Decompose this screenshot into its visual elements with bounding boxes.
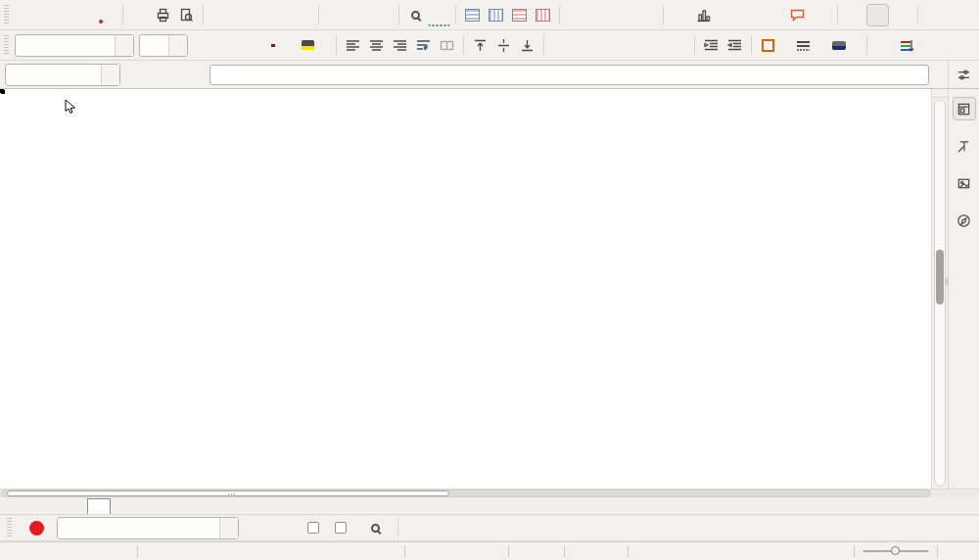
- toolbar-overflow-icon[interactable]: [954, 34, 976, 57]
- sidebar-functions-icon[interactable]: [953, 246, 976, 269]
- zoom-level[interactable]: [938, 542, 979, 560]
- redo-dropdown-caret[interactable]: [383, 4, 394, 26]
- bold-icon[interactable]: [191, 34, 213, 57]
- vertical-scrollbar[interactable]: [931, 89, 948, 489]
- number-format-icon[interactable]: [596, 34, 619, 57]
- last-sheet-icon[interactable]: [49, 499, 64, 514]
- split-window-icon[interactable]: [890, 4, 912, 26]
- spreadsheet-grid[interactable]: [0, 89, 931, 489]
- insert-row-icon[interactable]: [461, 4, 484, 26]
- vertical-scroll-track[interactable]: [934, 100, 946, 487]
- undo-dropdown-caret[interactable]: [348, 4, 358, 26]
- border-style-dropdown-caret[interactable]: [816, 34, 826, 57]
- selection-box[interactable]: [0, 89, 4, 93]
- border-style-icon[interactable]: [792, 34, 815, 57]
- decrease-indent-icon[interactable]: [723, 34, 746, 57]
- toolbar-grip[interactable]: [7, 518, 12, 537]
- autofilter-icon[interactable]: [635, 4, 658, 26]
- font-color-icon[interactable]: [261, 34, 284, 57]
- search-formatted-checkbox[interactable]: [307, 522, 319, 534]
- sidebar-styles-icon[interactable]: [953, 134, 976, 158]
- zoom-slider-handle[interactable]: [891, 546, 900, 555]
- match-case-checkbox[interactable]: [335, 522, 347, 534]
- export-pdf-icon[interactable]: [128, 4, 151, 26]
- toolbar-grip[interactable]: [4, 5, 9, 24]
- sheet-tab-sheet1[interactable]: [87, 498, 111, 514]
- highlight-dropdown-caret[interactable]: [320, 34, 331, 57]
- hyperlink-icon[interactable]: [763, 4, 785, 26]
- headers-footers-icon[interactable]: [843, 4, 865, 26]
- font-name-combo[interactable]: [15, 34, 134, 57]
- sidebar-navigator-icon[interactable]: [953, 209, 976, 232]
- special-character-icon[interactable]: [739, 4, 762, 26]
- insert-chart-icon[interactable]: [692, 4, 715, 26]
- percent-format-icon[interactable]: [573, 34, 595, 57]
- freeze-rows-columns-icon[interactable]: [866, 4, 889, 26]
- new-spreadsheet-icon[interactable]: [13, 4, 35, 26]
- insert-comment-icon[interactable]: [786, 4, 809, 26]
- sort-descending-icon[interactable]: [612, 4, 634, 26]
- align-bottom-icon[interactable]: [516, 34, 538, 57]
- align-top-icon[interactable]: [469, 34, 491, 57]
- split-handle[interactable]: [932, 89, 948, 98]
- formula-input[interactable]: [210, 65, 929, 85]
- add-decimal-icon[interactable]: [643, 34, 666, 57]
- page-style[interactable]: [138, 542, 404, 560]
- sort-ascending-icon[interactable]: [588, 4, 611, 26]
- equals-icon[interactable]: [182, 64, 205, 86]
- delete-column-icon[interactable]: [532, 4, 554, 26]
- font-name-dropdown[interactable]: [115, 35, 133, 56]
- sum-status[interactable]: [629, 542, 854, 560]
- horizontal-scroll-track[interactable]: [1, 490, 931, 497]
- save-icon[interactable]: [83, 4, 106, 26]
- delete-decimal-icon[interactable]: [667, 34, 689, 57]
- vertical-scroll-thumb[interactable]: [936, 250, 944, 304]
- wrap-text-icon[interactable]: [412, 34, 435, 57]
- increase-indent-icon[interactable]: [700, 34, 723, 57]
- align-left-icon[interactable]: [342, 34, 364, 57]
- horizontal-scroll-thumb[interactable]: [7, 490, 449, 496]
- sum-icon[interactable]: [155, 64, 177, 86]
- sidebar-collapse-handle[interactable]: [944, 277, 949, 287]
- paste-icon[interactable]: [256, 4, 278, 26]
- sidebar-properties-icon[interactable]: [953, 97, 976, 120]
- align-center-icon[interactable]: [365, 34, 388, 57]
- previous-sheet-icon[interactable]: [20, 499, 34, 514]
- cut-icon[interactable]: [209, 4, 231, 26]
- text-box-icon[interactable]: [810, 4, 832, 26]
- spelling-icon[interactable]: [428, 4, 450, 26]
- close-findbar-icon[interactable]: [29, 521, 44, 536]
- open-dropdown-caret[interactable]: [71, 4, 82, 26]
- name-box[interactable]: [5, 64, 120, 86]
- borders-dropdown-caret[interactable]: [780, 34, 791, 57]
- delete-row-icon[interactable]: [508, 4, 531, 26]
- underline-icon[interactable]: [238, 34, 260, 57]
- sidebar-gallery-icon[interactable]: [953, 171, 976, 195]
- save-dropdown-caret[interactable]: [107, 4, 117, 26]
- highlight-color-icon[interactable]: [297, 34, 319, 57]
- conditional-droplet-icon[interactable]: [872, 34, 895, 57]
- print-preview-icon[interactable]: [175, 4, 198, 26]
- copy-icon[interactable]: [232, 4, 255, 26]
- toolbar-grip[interactable]: [4, 35, 9, 55]
- insert-pivot-table-icon[interactable]: [716, 4, 738, 26]
- currency-format-icon[interactable]: [549, 34, 572, 57]
- font-color-dropdown-caret[interactable]: [285, 34, 296, 57]
- name-box-dropdown[interactable]: [101, 65, 119, 85]
- first-sheet-icon[interactable]: [5, 499, 20, 514]
- find-input-dropdown[interactable]: [219, 518, 238, 538]
- open-icon[interactable]: [48, 4, 70, 26]
- print-icon[interactable]: [152, 4, 174, 26]
- background-color-dropdown-caret[interactable]: [851, 34, 862, 57]
- show-draw-functions-icon[interactable]: [923, 4, 946, 26]
- paste-dropdown-caret[interactable]: [279, 4, 290, 26]
- sort-icon[interactable]: [565, 4, 587, 26]
- sidebar-settings-icon[interactable]: [948, 61, 979, 88]
- zoom-slider-track[interactable]: [863, 550, 928, 552]
- background-color-icon[interactable]: [827, 34, 850, 57]
- center-vertically-icon[interactable]: [492, 34, 515, 57]
- clone-formatting-icon[interactable]: [291, 4, 313, 26]
- redo-icon[interactable]: [359, 4, 382, 26]
- font-size-dropdown[interactable]: [168, 35, 187, 56]
- sheet-info[interactable]: [0, 542, 137, 560]
